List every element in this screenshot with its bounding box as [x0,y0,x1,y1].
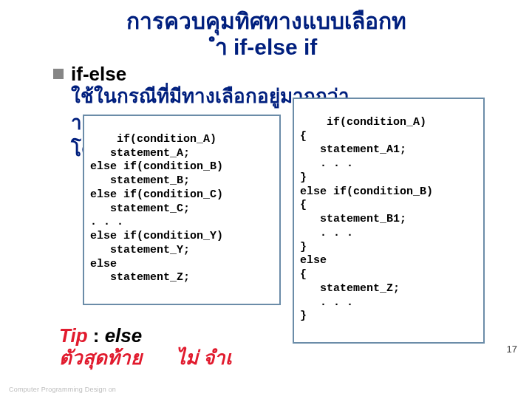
title-line1: การควบคุมทิศทางแบบเลือกท [126,9,406,33]
slide-title: การควบคุมทิศทางแบบเลือกท ำ if-else if [0,9,532,60]
tip-colon: : [88,324,105,347]
tip-rest1: ตัวสุดท้าย [59,347,142,369]
square-bullet-icon [53,69,64,79]
tip-block: Tip : else ตัวสุดท้ายไม่ จำเ [59,325,232,369]
page-number: 17 [507,344,517,355]
tip-label: Tip [59,324,88,347]
bullet-head: if-else [71,64,532,84]
footer-text: Computer Programming Design on [9,386,116,393]
tip-rest2: ไม่ จำเ [176,347,232,369]
code-left-text: if(condition_A) statement_A; else if(con… [90,133,223,284]
title-line2: ำ if-else if [215,35,318,59]
code-box-left: if(condition_A) statement_A; else if(con… [83,115,281,305]
code-box-right: if(condition_A) { statement_A1; . . . } … [293,98,485,344]
tip-else: else [105,324,143,347]
code-right-text: if(condition_A) { statement_A1; . . . } … [300,116,433,323]
slide: การควบคุมทิศทางแบบเลือกท ำ if-else if if… [0,0,532,399]
